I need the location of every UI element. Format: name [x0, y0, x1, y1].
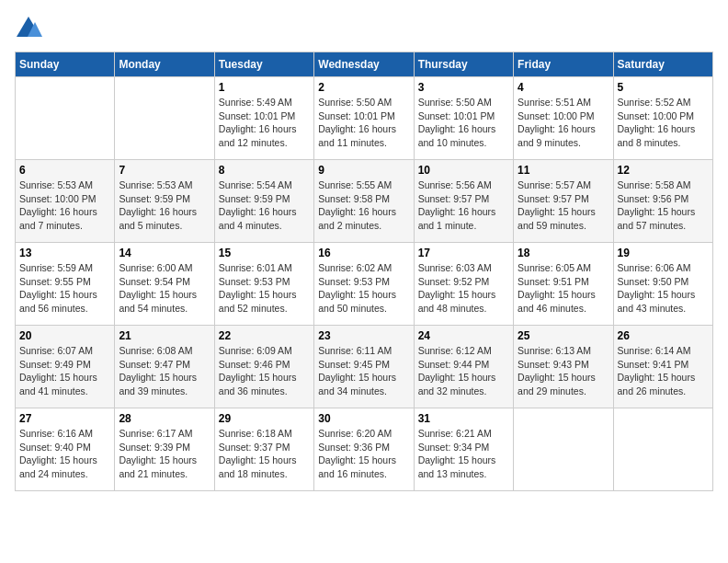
- weekday-header: Wednesday: [314, 52, 414, 77]
- day-info: Sunrise: 6:16 AM Sunset: 9:40 PM Dayligh…: [19, 427, 110, 481]
- day-info: Sunrise: 5:52 AM Sunset: 10:00 PM Daylig…: [618, 96, 709, 150]
- day-info: Sunrise: 5:51 AM Sunset: 10:00 PM Daylig…: [518, 96, 609, 150]
- calendar-cell: 26Sunrise: 6:14 AM Sunset: 9:41 PM Dayli…: [613, 326, 712, 408]
- weekday-header: Monday: [115, 52, 214, 77]
- day-number: 18: [518, 247, 609, 259]
- calendar-cell: 10Sunrise: 5:56 AM Sunset: 9:57 PM Dayli…: [414, 160, 513, 243]
- day-number: 1: [219, 81, 310, 94]
- day-info: Sunrise: 5:55 AM Sunset: 9:58 PM Dayligh…: [318, 178, 409, 233]
- calendar-cell: 27Sunrise: 6:16 AM Sunset: 9:40 PM Dayli…: [16, 408, 115, 491]
- logo-icon: [15, 15, 42, 42]
- day-number: 23: [318, 329, 409, 342]
- day-info: Sunrise: 6:21 AM Sunset: 9:34 PM Dayligh…: [418, 427, 509, 481]
- day-number: 20: [19, 329, 110, 342]
- calendar-cell: 25Sunrise: 6:13 AM Sunset: 9:43 PM Dayli…: [514, 326, 613, 408]
- day-info: Sunrise: 5:58 AM Sunset: 9:56 PM Dayligh…: [618, 178, 709, 233]
- calendar-cell: 7Sunrise: 5:53 AM Sunset: 9:59 PM Daylig…: [115, 160, 214, 243]
- day-number: 16: [318, 247, 409, 259]
- day-number: 19: [618, 247, 709, 259]
- calendar-cell: 17Sunrise: 6:03 AM Sunset: 9:52 PM Dayli…: [414, 243, 513, 326]
- day-info: Sunrise: 6:13 AM Sunset: 9:43 PM Dayligh…: [518, 344, 609, 398]
- calendar-cell: 12Sunrise: 5:58 AM Sunset: 9:56 PM Dayli…: [613, 160, 712, 243]
- weekday-header: Thursday: [414, 52, 513, 77]
- day-number: 30: [318, 412, 409, 425]
- day-info: Sunrise: 6:17 AM Sunset: 9:39 PM Dayligh…: [119, 427, 210, 481]
- header-row: SundayMondayTuesdayWednesdayThursdayFrid…: [16, 52, 713, 77]
- day-info: Sunrise: 5:53 AM Sunset: 9:59 PM Dayligh…: [119, 178, 210, 233]
- day-info: Sunrise: 5:54 AM Sunset: 9:59 PM Dayligh…: [219, 178, 310, 233]
- weekday-header: Saturday: [613, 52, 712, 77]
- calendar-cell: 15Sunrise: 6:01 AM Sunset: 9:53 PM Dayli…: [214, 243, 313, 326]
- calendar-cell: 11Sunrise: 5:57 AM Sunset: 9:57 PM Dayli…: [514, 160, 613, 243]
- calendar-cell: 16Sunrise: 6:02 AM Sunset: 9:53 PM Dayli…: [314, 243, 414, 326]
- calendar-cell: 6Sunrise: 5:53 AM Sunset: 10:00 PM Dayli…: [16, 160, 115, 243]
- calendar-week-row: 13Sunrise: 5:59 AM Sunset: 9:55 PM Dayli…: [16, 243, 713, 326]
- calendar-cell: 5Sunrise: 5:52 AM Sunset: 10:00 PM Dayli…: [613, 77, 712, 160]
- calendar-cell: 1Sunrise: 5:49 AM Sunset: 10:01 PM Dayli…: [214, 77, 313, 160]
- calendar-cell: 29Sunrise: 6:18 AM Sunset: 9:37 PM Dayli…: [214, 408, 313, 491]
- day-info: Sunrise: 6:00 AM Sunset: 9:54 PM Dayligh…: [119, 261, 210, 316]
- day-info: Sunrise: 6:02 AM Sunset: 9:53 PM Dayligh…: [318, 261, 409, 316]
- day-number: 15: [219, 247, 310, 259]
- calendar-cell: 9Sunrise: 5:55 AM Sunset: 9:58 PM Daylig…: [314, 160, 414, 243]
- page-header: [15, 15, 713, 42]
- calendar-cell: [613, 408, 712, 491]
- calendar-cell: [115, 77, 214, 160]
- day-number: 25: [518, 329, 609, 342]
- day-info: Sunrise: 5:50 AM Sunset: 10:01 PM Daylig…: [418, 96, 509, 150]
- day-number: 6: [19, 164, 110, 177]
- day-number: 31: [418, 412, 509, 425]
- calendar-cell: 14Sunrise: 6:00 AM Sunset: 9:54 PM Dayli…: [115, 243, 214, 326]
- day-info: Sunrise: 5:56 AM Sunset: 9:57 PM Dayligh…: [418, 178, 509, 233]
- calendar-cell: 19Sunrise: 6:06 AM Sunset: 9:50 PM Dayli…: [613, 243, 712, 326]
- calendar-cell: 22Sunrise: 6:09 AM Sunset: 9:46 PM Dayli…: [214, 326, 313, 408]
- day-info: Sunrise: 5:53 AM Sunset: 10:00 PM Daylig…: [19, 178, 110, 233]
- calendar-week-row: 1Sunrise: 5:49 AM Sunset: 10:01 PM Dayli…: [16, 77, 713, 160]
- calendar-cell: 23Sunrise: 6:11 AM Sunset: 9:45 PM Dayli…: [314, 326, 414, 408]
- day-number: 26: [618, 329, 709, 342]
- day-number: 21: [119, 329, 210, 342]
- day-number: 29: [219, 412, 310, 425]
- day-info: Sunrise: 6:11 AM Sunset: 9:45 PM Dayligh…: [318, 344, 409, 398]
- calendar-cell: 30Sunrise: 6:20 AM Sunset: 9:36 PM Dayli…: [314, 408, 414, 491]
- day-number: 13: [19, 247, 110, 259]
- weekday-header: Friday: [514, 52, 613, 77]
- calendar-cell: 28Sunrise: 6:17 AM Sunset: 9:39 PM Dayli…: [115, 408, 214, 491]
- day-info: Sunrise: 6:01 AM Sunset: 9:53 PM Dayligh…: [219, 261, 310, 316]
- day-number: 27: [19, 412, 110, 425]
- calendar-cell: 20Sunrise: 6:07 AM Sunset: 9:49 PM Dayli…: [16, 326, 115, 408]
- day-info: Sunrise: 6:03 AM Sunset: 9:52 PM Dayligh…: [418, 261, 509, 316]
- day-number: 2: [318, 81, 409, 94]
- calendar-week-row: 20Sunrise: 6:07 AM Sunset: 9:49 PM Dayli…: [16, 326, 713, 408]
- day-number: 12: [618, 164, 709, 177]
- day-number: 22: [219, 329, 310, 342]
- logo: [15, 15, 46, 42]
- weekday-header: Sunday: [16, 52, 115, 77]
- day-info: Sunrise: 6:06 AM Sunset: 9:50 PM Dayligh…: [618, 261, 709, 316]
- calendar-table: SundayMondayTuesdayWednesdayThursdayFrid…: [15, 52, 713, 491]
- day-info: Sunrise: 6:07 AM Sunset: 9:49 PM Dayligh…: [19, 344, 110, 398]
- calendar-cell: 8Sunrise: 5:54 AM Sunset: 9:59 PM Daylig…: [214, 160, 313, 243]
- day-number: 5: [618, 81, 709, 94]
- calendar-cell: 13Sunrise: 5:59 AM Sunset: 9:55 PM Dayli…: [16, 243, 115, 326]
- day-info: Sunrise: 6:09 AM Sunset: 9:46 PM Dayligh…: [219, 344, 310, 398]
- day-info: Sunrise: 6:08 AM Sunset: 9:47 PM Dayligh…: [119, 344, 210, 398]
- calendar-week-row: 6Sunrise: 5:53 AM Sunset: 10:00 PM Dayli…: [16, 160, 713, 243]
- calendar-week-row: 27Sunrise: 6:16 AM Sunset: 9:40 PM Dayli…: [16, 408, 713, 491]
- calendar-cell: 31Sunrise: 6:21 AM Sunset: 9:34 PM Dayli…: [414, 408, 513, 491]
- day-info: Sunrise: 5:50 AM Sunset: 10:01 PM Daylig…: [318, 96, 409, 150]
- day-number: 8: [219, 164, 310, 177]
- calendar-cell: 21Sunrise: 6:08 AM Sunset: 9:47 PM Dayli…: [115, 326, 214, 408]
- day-number: 7: [119, 164, 210, 177]
- day-info: Sunrise: 6:20 AM Sunset: 9:36 PM Dayligh…: [318, 427, 409, 481]
- day-number: 9: [318, 164, 409, 177]
- calendar-cell: 4Sunrise: 5:51 AM Sunset: 10:00 PM Dayli…: [514, 77, 613, 160]
- calendar-cell: 3Sunrise: 5:50 AM Sunset: 10:01 PM Dayli…: [414, 77, 513, 160]
- calendar-cell: [16, 77, 115, 160]
- day-number: 4: [518, 81, 609, 94]
- day-info: Sunrise: 6:14 AM Sunset: 9:41 PM Dayligh…: [618, 344, 709, 398]
- calendar-cell: 2Sunrise: 5:50 AM Sunset: 10:01 PM Dayli…: [314, 77, 414, 160]
- calendar-cell: 18Sunrise: 6:05 AM Sunset: 9:51 PM Dayli…: [514, 243, 613, 326]
- day-number: 14: [119, 247, 210, 259]
- day-number: 10: [418, 164, 509, 177]
